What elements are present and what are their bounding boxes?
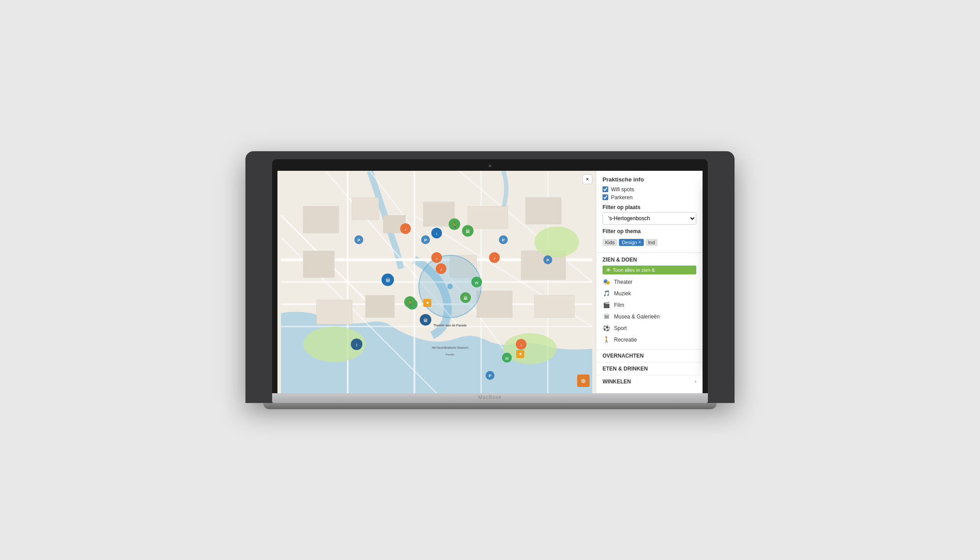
svg-text:P: P (424, 238, 427, 242)
toon-alles-button[interactable]: 👁 Toon alles in zien & (602, 266, 696, 274)
sport-icon: ⚽ (602, 324, 610, 332)
eten-drinken-label: ETEN & DRINKEN (602, 366, 648, 372)
overnachten-label: OVERNACHTEN (602, 353, 644, 359)
svg-text:★: ★ (426, 300, 430, 305)
svg-text:W: W (475, 281, 479, 285)
svg-text:Parade: Parade (446, 353, 454, 356)
svg-text:W: W (505, 356, 509, 361)
location-icon: ⊕ (581, 377, 586, 384)
macbook-label: MacBook (272, 393, 708, 400)
laptop-wrapper: ♪ ♪ ♪ 🏛 i (245, 151, 735, 409)
sidebar-item-film[interactable]: 🎬 Film (602, 299, 696, 311)
sidebar-item-recreatie[interactable]: 🚶 Recreatie (602, 334, 696, 346)
musea-label: Musea & Galerieën (614, 314, 660, 320)
zien-doen-heading: ZIEN & DOEN (602, 257, 696, 263)
svg-text:♪: ♪ (436, 256, 438, 261)
laptop-base: MacBook (272, 393, 708, 403)
tag-design-remove[interactable]: × (639, 240, 641, 245)
svg-text:i: i (436, 232, 437, 236)
svg-rect-24 (317, 300, 352, 324)
parkeren-row[interactable]: Parkeren (602, 194, 696, 201)
filter-op-thema-label: Filter op thema (602, 228, 696, 234)
svg-text:Theater aan de Parade: Theater aan de Parade (434, 324, 467, 327)
svg-rect-21 (303, 251, 334, 278)
zien-doen-section: ZIEN & DOEN 👁 Toon alles in zien & 🎭 The… (596, 253, 703, 349)
wifi-spots-checkbox[interactable] (602, 186, 608, 192)
recreatie-icon: 🚶 (602, 336, 610, 344)
camera-dot (489, 165, 491, 167)
map-close-button[interactable]: × (582, 174, 592, 184)
svg-rect-27 (534, 295, 574, 318)
laptop-bottom (263, 403, 717, 409)
svg-text:🏛: 🏛 (423, 318, 428, 323)
svg-text:P: P (502, 238, 505, 242)
svg-point-28 (534, 226, 579, 258)
parkeren-checkbox[interactable] (602, 194, 608, 200)
sidebar-item-theater[interactable]: 🎭 Theater (602, 276, 696, 288)
svg-rect-19 (468, 206, 508, 229)
wifi-spots-label: Wifi spots (611, 186, 634, 193)
parkeren-label: Parkeren (611, 194, 633, 201)
svg-text:🏛: 🏛 (466, 229, 470, 234)
muziek-icon: 🎵 (602, 290, 610, 298)
svg-text:P: P (546, 258, 549, 262)
muziek-label: Muziek (614, 290, 631, 297)
sidebar-header: Praktische info Wifi spots Parkeren Filt… (596, 171, 703, 253)
eye-icon: 👁 (606, 267, 611, 273)
svg-point-33 (447, 284, 453, 289)
winkelen-label: WINKELEN (602, 379, 631, 385)
winkelen-chevron: › (695, 379, 696, 384)
svg-rect-26 (477, 291, 512, 318)
svg-text:🚶: 🚶 (451, 222, 458, 228)
svg-text:i: i (356, 342, 357, 347)
svg-text:♪: ♪ (520, 343, 522, 347)
tag-kids[interactable]: Kids (602, 239, 617, 246)
location-button[interactable]: ⊕ (577, 375, 590, 387)
film-icon: 🎬 (602, 301, 610, 309)
svg-text:★: ★ (518, 351, 522, 356)
overnachten-row[interactable]: OVERNACHTEN (596, 349, 703, 362)
svg-text:🚶: 🚶 (407, 299, 414, 306)
theater-label: Theater (614, 279, 632, 285)
svg-text:🏛: 🏛 (386, 278, 390, 283)
tag-design[interactable]: Design × (619, 239, 643, 246)
plaats-dropdown[interactable]: 's-Hertogenbosch Eindhoven Tilburg (602, 212, 696, 225)
screen-content: ♪ ♪ ♪ 🏛 i (277, 171, 703, 393)
sidebar-item-sport[interactable]: ⚽ Sport (602, 322, 696, 334)
eten-drinken-row[interactable]: ETEN & DRINKEN (596, 362, 703, 375)
svg-rect-25 (365, 295, 394, 318)
svg-text:P: P (489, 374, 491, 378)
sport-label: Sport (614, 325, 627, 331)
svg-rect-16 (352, 197, 379, 220)
tag-ind[interactable]: Ind (646, 239, 658, 246)
toon-alles-label: Toon alles in zien & (613, 267, 655, 273)
svg-text:Het Noordbrabants Museum: Het Noordbrabants Museum (432, 346, 468, 349)
sidebar-item-musea[interactable]: 🏛 Musea & Galerieën (602, 311, 696, 322)
svg-text:🏛: 🏛 (463, 296, 468, 301)
svg-rect-15 (303, 206, 339, 233)
theater-icon: 🎭 (602, 278, 610, 286)
screen-bezel: ♪ ♪ ♪ 🏛 i (272, 159, 708, 393)
svg-text:P: P (357, 238, 360, 242)
theme-tags: Kids Design × Ind (602, 236, 696, 249)
svg-rect-20 (526, 197, 561, 224)
filter-op-plaats-label: Filter op plaats (602, 204, 696, 210)
recreatie-label: Recreatie (614, 337, 637, 343)
winkelen-row[interactable]: WINKELEN › (596, 375, 703, 388)
svg-text:♪: ♪ (405, 227, 407, 232)
film-label: Film (614, 302, 624, 308)
svg-text:♪: ♪ (440, 267, 442, 272)
svg-text:♪: ♪ (494, 256, 496, 261)
close-icon: × (586, 176, 589, 182)
musea-icon: 🏛 (602, 313, 610, 321)
map-area: ♪ ♪ ♪ 🏛 i (277, 171, 596, 393)
sidebar: Praktische info Wifi spots Parkeren Filt… (596, 171, 703, 393)
praktische-info-title: Praktische info (602, 176, 696, 183)
laptop-body: ♪ ♪ ♪ 🏛 i (245, 151, 735, 403)
sidebar-item-muziek[interactable]: 🎵 Muziek (602, 288, 696, 299)
wifi-spots-row[interactable]: Wifi spots (602, 186, 696, 193)
map-svg: ♪ ♪ ♪ 🏛 i (277, 171, 596, 393)
